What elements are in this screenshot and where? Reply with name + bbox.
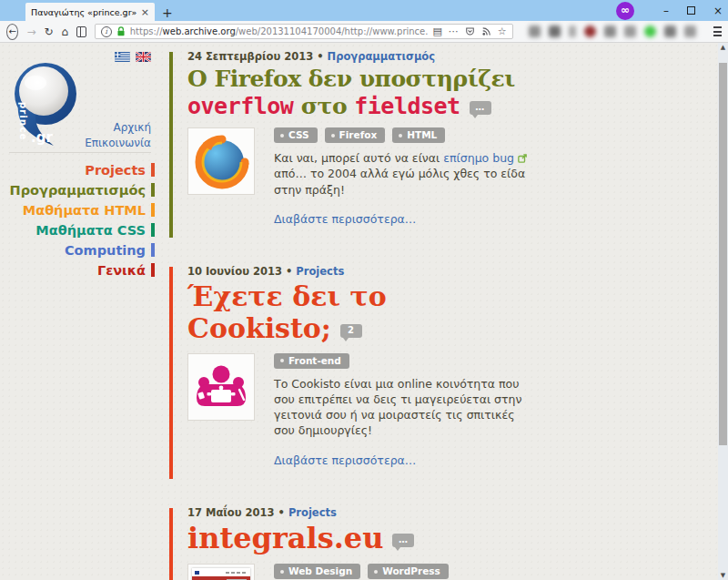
maximize-button[interactable] — [687, 6, 695, 15]
reload-button[interactable]: ↻ — [44, 26, 53, 37]
comment-bubble-icon[interactable]: 2 — [340, 324, 362, 338]
window-controls: ∞ – × — [616, 0, 723, 21]
blurred-extension-icon[interactable] — [549, 25, 561, 37]
close-button[interactable]: × — [713, 5, 723, 16]
sidebar-divider — [9, 152, 151, 153]
blurred-extension-icon[interactable] — [569, 25, 576, 37]
bookmark-star-icon[interactable]: ☆ — [498, 26, 507, 36]
sidebar-item-css-lessons[interactable]: Μαθήματα CSS — [10, 223, 155, 237]
menu-hamburger-icon[interactable] — [713, 26, 722, 36]
scrollbar[interactable]: ▲ ▼ — [718, 43, 728, 580]
blurred-extension-icon[interactable] — [644, 25, 656, 37]
comment-bubble-icon[interactable]: … — [470, 101, 491, 115]
uk-flag-icon[interactable] — [136, 52, 151, 62]
minimize-button[interactable]: – — [663, 5, 669, 16]
title-text: integrals.eu — [187, 521, 383, 555]
logo-tld-text: .gr — [31, 129, 53, 146]
post-title[interactable]: Ο Firefox δεν υποστηρίζει overflow στο f… — [187, 66, 535, 119]
browser-tab[interactable]: Παναγιώτης «prince.gr» Βελισαράκ × — [25, 3, 155, 21]
sidebar-item-projects[interactable]: Projects — [10, 163, 155, 177]
post-meta: 17 Μαΐου 2013 • Projects — [187, 506, 535, 519]
blurred-extension-icon[interactable] — [664, 25, 676, 37]
nav-color-bar — [151, 223, 155, 237]
browser-window: Παναγιώτης «prince.gr» Βελισαράκ × + ∞ –… — [0, 0, 728, 580]
post-thumbnail[interactable] — [187, 353, 255, 421]
blurred-extension-icon[interactable] — [604, 25, 616, 37]
post-title[interactable]: Έχετε δει το Cookisto;2 — [187, 280, 535, 345]
blurred-extension-icon[interactable] — [684, 25, 696, 37]
excerpt-text: Και ναι, μπορεί αυτό να είναι — [274, 151, 443, 165]
site-logo[interactable]: prince .gr — [12, 61, 79, 152]
nav-color-bar — [151, 163, 155, 177]
post-accent-bar — [169, 508, 173, 580]
site-info-icon[interactable]: i — [101, 26, 112, 37]
back-button[interactable]: ← — [6, 24, 18, 40]
blurred-extension-icon[interactable] — [584, 25, 596, 37]
home-button[interactable]: ⌂ — [62, 26, 69, 37]
read-more-link[interactable]: Διαβάστε περισσότερα… — [274, 453, 416, 467]
sidebar-toggle-icon[interactable] — [76, 26, 86, 37]
tag-chip[interactable]: Firefox — [325, 127, 386, 143]
sidebar-link-home[interactable]: Αρχική — [85, 120, 151, 136]
rss-icon[interactable] — [481, 26, 491, 36]
blurred-extension-icon[interactable] — [529, 25, 541, 37]
scroll-up-arrow[interactable]: ▲ — [718, 44, 728, 51]
category-nav: Projects Προγραμματισμός Μαθήματα HTML Μ… — [10, 163, 155, 283]
extension-badge-icon[interactable]: ∞ — [616, 2, 634, 20]
scrollbar-thumb[interactable] — [719, 63, 727, 445]
sidebar-item-general[interactable]: Γενικά — [10, 263, 155, 277]
url-text[interactable]: https://web.archive.org/web/201311041700… — [130, 26, 429, 36]
excerpt-link[interactable]: επίσημο bug — [443, 151, 514, 165]
tab-close-icon[interactable]: × — [141, 6, 149, 18]
nav-color-bar — [151, 263, 155, 277]
greek-flag-icon[interactable] — [115, 52, 130, 62]
sidebar-item-computing[interactable]: Computing — [10, 243, 155, 257]
reader-mode-icon[interactable]: ▤ — [432, 26, 441, 36]
blog-post: 10 Ιουνίου 2013 • Projects Έχετε δει το … — [169, 265, 535, 468]
sidebar-item-programming[interactable]: Προγραμματισμός — [10, 183, 155, 197]
post-meta: 24 Σεπτεμβρίου 2013 • Προγραμματισμός — [187, 50, 535, 63]
sidebar-item-html-lessons[interactable]: Μαθήματα HTML — [10, 203, 155, 217]
tag-chip[interactable]: Front-end — [274, 353, 349, 369]
logo-vertical-text: prince — [18, 102, 28, 141]
blurred-extension-icon[interactable] — [624, 25, 636, 37]
sidebar-links: Αρχική Επικοινωνία — [85, 120, 151, 151]
excerpt-text: από… το 2004 αλλά εγώ μόλις χθες το είδα… — [274, 167, 525, 196]
post-accent-bar — [169, 52, 173, 238]
post-thumbnail[interactable] — [187, 127, 255, 195]
post-category-link[interactable]: Projects — [288, 506, 337, 519]
url-domain: web.archive.org — [163, 26, 236, 36]
scroll-down-arrow[interactable]: ▼ — [718, 572, 728, 579]
meta-separator: • — [286, 265, 292, 278]
nav-label: Γενικά — [97, 263, 146, 278]
sidebar-link-contact[interactable]: Επικοινωνία — [85, 136, 151, 151]
title-text: στο — [293, 93, 354, 119]
site-sidebar: prince .gr Αρχική Επικοινωνία Projects Π… — [0, 43, 169, 580]
nav-label: Μαθήματα CSS — [35, 223, 146, 238]
tag-chip[interactable]: Web Design — [274, 564, 360, 579]
tag-chip[interactable]: WordPress — [368, 564, 449, 579]
page-actions-icon[interactable]: ⋯ — [449, 26, 459, 36]
tag-chip[interactable]: CSS — [274, 127, 318, 143]
pocket-icon[interactable] — [465, 26, 475, 36]
tab-title: Παναγιώτης «prince.gr» Βελισαράκ — [31, 7, 137, 17]
tag-chip[interactable]: HTML — [392, 127, 445, 143]
post-meta: 10 Ιουνίου 2013 • Projects — [187, 265, 535, 278]
meta-separator: • — [278, 506, 285, 519]
nav-label: Προγραμματισμός — [10, 183, 146, 198]
new-tab-button[interactable]: + — [162, 6, 173, 19]
post-date: 10 Ιουνίου 2013 — [187, 265, 282, 278]
post-category-link[interactable]: Projects — [296, 265, 344, 278]
tag-list: Front-end — [274, 353, 535, 369]
read-more-link[interactable]: Διαβάστε περισσότερα… — [274, 212, 416, 226]
comment-bubble-icon[interactable]: … — [392, 534, 414, 547]
post-excerpt: Και ναι, μπορεί αυτό να είναι επίσημο bu… — [274, 150, 535, 198]
post-excerpt: Το Cookisto είναι μια online κοινότητα π… — [274, 376, 535, 439]
post-date: 24 Σεπτεμβρίου 2013 — [187, 50, 313, 63]
post-date: 17 Μαΐου 2013 — [187, 506, 275, 519]
post-title[interactable]: integrals.eu… — [187, 522, 535, 556]
forward-button[interactable]: → — [26, 26, 35, 37]
url-bar[interactable]: i https://web.archive.org/web/2013110417… — [95, 24, 513, 39]
post-category-link[interactable]: Προγραμματισμός — [328, 50, 436, 63]
post-thumbnail[interactable] — [187, 564, 255, 580]
